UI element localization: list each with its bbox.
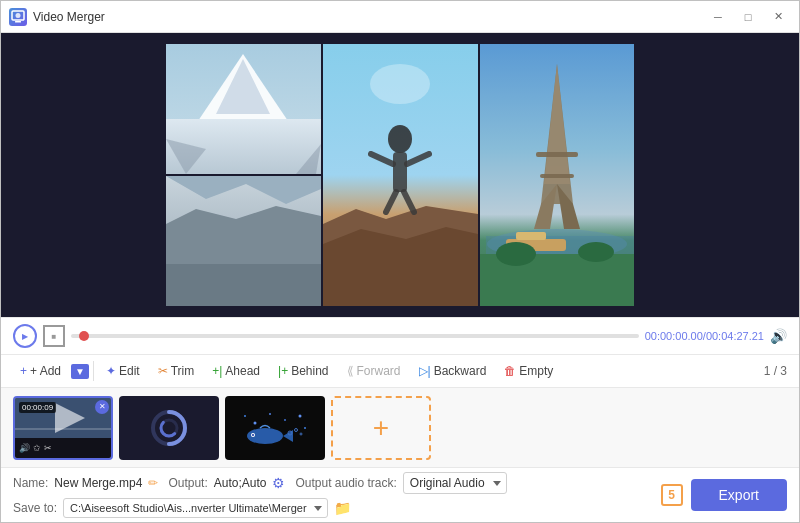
backward-button[interactable]: ▷| Backward — [411, 360, 495, 382]
trim-icon: ✂ — [158, 364, 168, 378]
svg-point-56 — [300, 433, 302, 435]
output-value: Auto;Auto — [214, 476, 267, 490]
svg-rect-39 — [15, 428, 111, 430]
ahead-button[interactable]: +| Ahead — [204, 360, 268, 382]
time-display: 00:00:00.00/00:04:27.21 — [645, 330, 764, 342]
svg-point-36 — [578, 242, 614, 262]
forward-label: Forward — [357, 364, 401, 378]
svg-point-55 — [295, 428, 298, 431]
svg-rect-33 — [540, 174, 574, 178]
maximize-button[interactable]: □ — [735, 7, 761, 27]
export-area: 5 Export — [661, 479, 787, 511]
video-collage — [166, 44, 634, 306]
stop-button[interactable]: ■ — [43, 325, 65, 347]
audio-track-select[interactable]: Original Audio — [403, 472, 507, 494]
tl-sound-icon: 🔊 — [19, 443, 30, 453]
output-label: Output: — [168, 476, 207, 490]
preview-area — [1, 33, 799, 317]
trim-button[interactable]: ✂ Trim — [150, 360, 203, 382]
svg-point-53 — [252, 434, 254, 436]
behind-icon: |+ — [278, 364, 288, 378]
svg-point-46 — [269, 413, 271, 415]
save-path-select[interactable]: C:\Aiseesoft Studio\Ais...nverter Ultima… — [63, 498, 328, 518]
name-value: New Merge.mp4 — [54, 476, 142, 490]
behind-button[interactable]: |+ Behind — [270, 360, 337, 382]
svg-rect-12 — [166, 264, 321, 306]
svg-point-49 — [304, 427, 306, 429]
svg-point-45 — [254, 421, 257, 424]
svg-rect-2 — [15, 21, 21, 23]
minimize-button[interactable]: ─ — [705, 7, 731, 27]
animation-spinner-svg — [149, 408, 189, 448]
output-settings-icon[interactable]: ⚙ — [272, 475, 285, 491]
tl-cut-icon: ✂ — [44, 443, 52, 453]
forward-icon: ⟪ — [347, 364, 354, 378]
svg-marker-16 — [323, 227, 478, 306]
trim-label: Trim — [171, 364, 195, 378]
edit-label: Edit — [119, 364, 140, 378]
svg-point-48 — [299, 414, 302, 417]
svg-rect-32 — [536, 152, 578, 157]
folder-icon[interactable]: 📁 — [334, 500, 351, 516]
timeline-area: 🔊 ✩ ✂ 00:00:09 ✕ — [1, 387, 799, 467]
ahead-label: Ahead — [225, 364, 260, 378]
svg-point-44 — [244, 415, 246, 417]
collage-svg — [166, 44, 634, 306]
audio-track-field: Output audio track: Original Audio — [295, 472, 506, 494]
edit-button[interactable]: ✦ Edit — [98, 360, 148, 382]
name-label: Name: — [13, 476, 48, 490]
badge-number: 5 — [661, 484, 683, 506]
title-bar: Video Merger ─ □ ✕ — [1, 1, 799, 33]
svg-point-1 — [16, 13, 21, 18]
name-field: Name: New Merge.mp4 ✏ — [13, 476, 158, 490]
empty-icon: 🗑 — [504, 364, 516, 378]
tl-star-icon: ✩ — [33, 443, 41, 453]
time-total: 00:04:27.21 — [706, 330, 764, 342]
add-dropdown-button[interactable]: ▼ — [71, 364, 89, 379]
add-plus-icon: + — [20, 364, 27, 378]
empty-button[interactable]: 🗑 Empty — [496, 360, 561, 382]
svg-rect-18 — [393, 152, 407, 192]
volume-icon[interactable]: 🔊 — [770, 328, 787, 344]
app-title: Video Merger — [33, 10, 705, 24]
close-button[interactable]: ✕ — [765, 7, 791, 27]
svg-rect-27 — [516, 232, 546, 240]
timeline-item-2[interactable] — [119, 396, 219, 460]
add-button[interactable]: + + Add — [13, 359, 68, 383]
time-current: 00:00:00.00 — [645, 330, 703, 342]
export-button[interactable]: Export — [691, 479, 787, 511]
timeline-item-1[interactable]: 🔊 ✩ ✂ 00:00:09 ✕ — [13, 396, 113, 460]
audio-track-label: Output audio track: — [295, 476, 396, 490]
backward-label: Backward — [434, 364, 487, 378]
output-field: Output: Auto;Auto ⚙ — [168, 475, 285, 491]
edit-icon: ✦ — [106, 364, 116, 378]
save-to-row: Save to: C:\Aiseesoft Studio\Ais...nvert… — [13, 498, 651, 518]
backward-icon: ▷| — [419, 364, 431, 378]
timeline-close-btn[interactable]: ✕ — [95, 400, 109, 414]
timeline-controls-1: 🔊 ✩ ✂ — [15, 438, 111, 458]
bottom-bar: Name: New Merge.mp4 ✏ Output: Auto;Auto … — [1, 467, 799, 522]
progress-bar[interactable] — [71, 334, 639, 338]
behind-label: Behind — [291, 364, 328, 378]
svg-point-35 — [496, 242, 536, 266]
timeline-time-badge: 00:00:09 — [19, 402, 56, 413]
empty-label: Empty — [519, 364, 553, 378]
fish-effect-svg — [235, 408, 315, 448]
play-button[interactable]: ▶ — [13, 324, 37, 348]
sep1 — [93, 361, 94, 381]
svg-point-14 — [370, 64, 430, 104]
forward-button[interactable]: ⟪ Forward — [339, 360, 409, 382]
add-timeline-button[interactable]: + — [331, 396, 431, 460]
add-label: + Add — [30, 364, 61, 378]
name-edit-icon[interactable]: ✏ — [148, 476, 158, 490]
ahead-icon: +| — [212, 364, 222, 378]
timeline-item-inner-1: 🔊 ✩ ✂ 00:00:09 ✕ — [15, 398, 111, 458]
svg-point-47 — [284, 419, 286, 421]
svg-point-17 — [388, 125, 412, 153]
progress-indicator — [79, 331, 89, 341]
controls-bar: ▶ ■ 00:00:00.00/00:04:27.21 🔊 — [1, 317, 799, 354]
window-controls: ─ □ ✕ — [705, 7, 791, 27]
toolbar: + + Add ▼ ✦ Edit ✂ Trim +| Ahead |+ Behi… — [1, 354, 799, 387]
app-icon — [9, 8, 27, 26]
timeline-item-3[interactable] — [225, 396, 325, 460]
